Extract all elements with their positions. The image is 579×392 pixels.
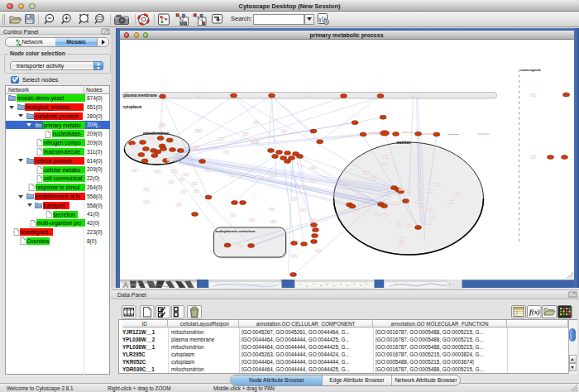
svg-text:plasma membrane: plasma membrane <box>123 93 157 98</box>
svg-text:f(x): f(x) <box>529 308 540 316</box>
svg-text:mitochondrion: mitochondrion <box>143 131 170 136</box>
svg-text:cytoplasm: cytoplasm <box>122 105 141 109</box>
svg-text:nucleus: nucleus <box>396 141 411 145</box>
svg-text:r.: r. <box>449 282 451 286</box>
svg-text:unassigned: unassigned <box>520 68 541 72</box>
